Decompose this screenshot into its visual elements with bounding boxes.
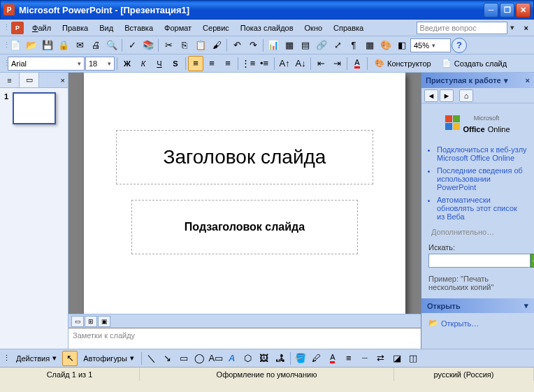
- format-painter-button[interactable]: 🖌: [209, 38, 224, 53]
- research-button[interactable]: 📚: [140, 38, 156, 53]
- numbering-button[interactable]: ⋮≡: [240, 56, 256, 71]
- taskpane-menu-icon[interactable]: ▾: [504, 76, 508, 85]
- doc-close-button[interactable]: ×: [521, 24, 531, 32]
- menu-insert[interactable]: Вставка: [119, 22, 159, 34]
- open-file-link[interactable]: 📂 Открыть…: [428, 319, 527, 328]
- help-button[interactable]: ?: [452, 38, 467, 53]
- paste-button[interactable]: 📋: [193, 38, 208, 53]
- print-button[interactable]: 🖨: [88, 38, 103, 53]
- grip-icon[interactable]: ⋮: [3, 59, 7, 68]
- grayscale-button[interactable]: ◧: [394, 38, 410, 53]
- menu-view[interactable]: Вид: [94, 22, 119, 34]
- menu-help[interactable]: Справка: [328, 22, 369, 34]
- email-button[interactable]: ✉: [72, 38, 87, 53]
- taskpane-home-button[interactable]: ⌂: [459, 89, 473, 102]
- align-right-button[interactable]: ≡: [220, 56, 236, 71]
- font-color-draw-button[interactable]: A: [325, 351, 340, 366]
- font-size-combo[interactable]: 18▾: [85, 57, 115, 71]
- dash-style-button[interactable]: ┈: [357, 351, 373, 366]
- open-section-header[interactable]: Открыть▾: [421, 298, 534, 313]
- menu-format[interactable]: Формат: [159, 22, 197, 34]
- diagram-button[interactable]: ⬡: [240, 351, 256, 366]
- taskpane-more-link[interactable]: Дополнительно…: [421, 225, 534, 239]
- zoom-combo[interactable]: 45%▾: [410, 38, 451, 52]
- designer-button[interactable]: 🎨Конструктор: [370, 56, 436, 71]
- tables-button[interactable]: ▤: [298, 38, 313, 53]
- new-button[interactable]: 📄: [8, 38, 23, 53]
- status-language[interactable]: русский (Россия): [394, 368, 534, 381]
- taskpane-link-news[interactable]: Последние сведения об использовании Powe…: [437, 166, 527, 191]
- slides-tab[interactable]: ▭: [20, 73, 39, 87]
- notes-pane[interactable]: Заметки к слайду: [68, 328, 421, 349]
- save-button[interactable]: 💾: [40, 38, 55, 53]
- line-color-button[interactable]: 🖊: [309, 351, 324, 366]
- italic-button[interactable]: К: [136, 56, 151, 71]
- taskpane-close-button[interactable]: ×: [526, 76, 530, 85]
- decrease-font-button[interactable]: A↓: [293, 56, 308, 71]
- show-formatting-button[interactable]: ¶: [346, 38, 361, 53]
- shadow-button[interactable]: S: [168, 56, 183, 71]
- arrow-style-button[interactable]: ⇄: [373, 351, 389, 366]
- expand-button[interactable]: ⤢: [330, 38, 345, 53]
- align-left-button[interactable]: ≡: [188, 56, 203, 71]
- insert-table-button[interactable]: ▦: [282, 38, 297, 53]
- undo-button[interactable]: ↶: [229, 38, 245, 53]
- subtitle-placeholder[interactable]: Подзаголовок слайда: [131, 200, 358, 254]
- normal-view-button[interactable]: ▭: [71, 316, 84, 327]
- rectangle-button[interactable]: ▭: [176, 351, 192, 366]
- slideshow-view-button[interactable]: ▣: [98, 316, 110, 327]
- question-dropdown-icon[interactable]: ▾: [507, 23, 517, 32]
- sorter-view-button[interactable]: ⊞: [85, 316, 97, 327]
- grip-icon[interactable]: ⋮: [3, 41, 7, 50]
- 3d-style-button[interactable]: ◫: [405, 351, 421, 366]
- taskpane-link-autoupdate[interactable]: Автоматически обновлять этот список из В…: [437, 196, 527, 221]
- line-style-button[interactable]: ≡: [341, 351, 356, 366]
- oval-button[interactable]: ◯: [192, 351, 208, 366]
- outline-tab[interactable]: ≡: [0, 73, 20, 87]
- title-placeholder[interactable]: Заголовок слайда: [116, 130, 373, 184]
- insert-chart-button[interactable]: 📊: [266, 38, 281, 53]
- help-question-input[interactable]: Введите вопрос: [417, 22, 507, 34]
- taskpane-search-input[interactable]: [428, 254, 531, 268]
- new-slide-button[interactable]: 📄Создать слайд: [437, 56, 512, 71]
- taskpane-back-button[interactable]: ◄: [424, 89, 438, 102]
- menu-edit[interactable]: Правка: [57, 22, 94, 34]
- fill-color-button[interactable]: 🪣: [293, 351, 308, 366]
- increase-indent-button[interactable]: ⇥: [329, 56, 345, 71]
- select-objects-button[interactable]: ↖: [62, 351, 78, 366]
- menu-file[interactable]: Файл: [27, 22, 57, 34]
- menu-window[interactable]: Окно: [299, 22, 329, 34]
- taskpane-search-go-button[interactable]: →: [531, 254, 534, 268]
- font-color-button[interactable]: A: [349, 56, 365, 71]
- maximize-button[interactable]: ❐: [500, 3, 514, 17]
- clipart-button[interactable]: 🖼: [257, 351, 272, 366]
- minimize-button[interactable]: ─: [484, 3, 498, 17]
- cut-button[interactable]: ✂: [161, 38, 176, 53]
- bullets-button[interactable]: •≡: [257, 56, 272, 71]
- textbox-button[interactable]: A▭: [208, 351, 224, 366]
- doc-icon[interactable]: P: [11, 22, 24, 34]
- wordart-button[interactable]: A: [224, 351, 240, 366]
- taskpane-link-connect[interactable]: Подключиться к веб-узлу Microsoft Office…: [437, 145, 527, 162]
- permission-button[interactable]: 🔒: [56, 38, 71, 53]
- taskpane-forward-button[interactable]: ►: [440, 89, 454, 102]
- slide-thumbnail-1[interactable]: [13, 92, 56, 124]
- open-button[interactable]: 📂: [24, 38, 39, 53]
- decrease-indent-button[interactable]: ⇤: [313, 56, 329, 71]
- picture-button[interactable]: 🏞: [273, 351, 288, 366]
- grip-icon[interactable]: ⋮: [3, 23, 8, 32]
- shadow-style-button[interactable]: ◪: [389, 351, 405, 366]
- bold-button[interactable]: Ж: [120, 56, 135, 71]
- hyperlink-button[interactable]: 🔗: [314, 38, 329, 53]
- line-button[interactable]: ＼: [144, 351, 159, 366]
- panel-close-button[interactable]: ×: [39, 73, 68, 87]
- menu-tools[interactable]: Сервис: [197, 22, 235, 34]
- align-center-button[interactable]: ≡: [204, 56, 219, 71]
- increase-font-button[interactable]: A↑: [277, 56, 292, 71]
- grip-icon[interactable]: ⋮: [3, 354, 10, 363]
- menu-slideshow[interactable]: Показ слайдов: [235, 22, 299, 34]
- autoshapes-menu[interactable]: Автофигуры ▾: [78, 351, 139, 366]
- close-button[interactable]: ✕: [516, 3, 531, 17]
- preview-button[interactable]: 🔍: [104, 38, 120, 53]
- underline-button[interactable]: Ч: [152, 56, 167, 71]
